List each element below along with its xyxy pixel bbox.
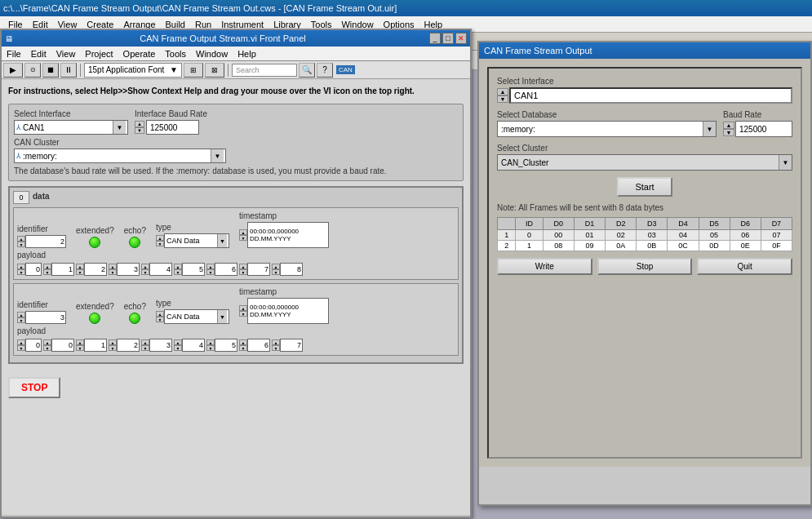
row2-type-down[interactable]: ▼ (156, 317, 164, 322)
row1-p6-val[interactable] (247, 263, 270, 276)
row1-p1-val[interactable] (84, 263, 107, 276)
data-index-box[interactable]: 0 (13, 191, 29, 204)
row1-identifier-input[interactable] (25, 235, 66, 248)
row2-timestamp-input[interactable]: 00:00:00,000000 DD.MM.YYYY (247, 298, 329, 324)
r2p4-val[interactable] (182, 339, 205, 352)
row1-type-spin[interactable]: ▲ ▼ (156, 235, 164, 246)
row1-p7-spin[interactable]: ▲▼ (272, 264, 280, 275)
row1-pidx-up[interactable]: ▲ (17, 264, 25, 269)
row1-p5-val[interactable] (215, 263, 237, 276)
row1-extended-led[interactable] (89, 237, 100, 248)
can-db-arrow[interactable]: ▼ (703, 122, 716, 136)
row2-type-dropdown[interactable]: CAN Data ▼ (164, 309, 229, 324)
fp-run-btn[interactable]: ▶ (3, 63, 23, 78)
row1-p2-spin[interactable]: ▲▼ (109, 264, 117, 275)
row1-payload-idx-input[interactable] (25, 263, 42, 276)
r2p7-spin[interactable]: ▲▼ (272, 339, 280, 351)
row1-p4-spin[interactable]: ▲▼ (174, 264, 182, 275)
row1-p7-val[interactable] (280, 263, 303, 276)
fp-stop-btn[interactable]: ⏹ (42, 63, 59, 78)
fp-menu-help[interactable]: Help (233, 48, 261, 60)
quit-button[interactable]: Quit (697, 258, 792, 275)
row2-pidx-down[interactable]: ▼ (17, 345, 25, 351)
row1-pidx-spin[interactable]: ▲ ▼ (17, 264, 25, 275)
interface-dropdown[interactable]: ⅄ CAN1 ▼ (14, 120, 128, 135)
row2-type-arrow[interactable]: ▼ (217, 310, 227, 323)
stop-button-can[interactable]: Stop (597, 258, 693, 275)
fp-toolbar[interactable]: ▶ ⊙ ⏹ ⏸ 15pt Application Font ▼ ⊞ ⊠ Sear… (2, 61, 470, 79)
fp-menu-view[interactable]: View (51, 48, 81, 60)
baud-spin-up[interactable]: ▲ (135, 121, 144, 127)
row2-id-spin[interactable]: ▲ ▼ (17, 312, 25, 323)
fp-menu-tools[interactable]: Tools (160, 48, 191, 60)
row1-type-spin-up[interactable]: ▲ (156, 235, 164, 241)
row1-p2-val[interactable] (117, 263, 140, 276)
row2-pidx-spin[interactable]: ▲ ▼ (17, 339, 25, 351)
row2-id-up[interactable]: ▲ (17, 312, 25, 317)
row2-ts-spin[interactable]: ▲ ▼ (239, 305, 247, 317)
can-cluster-dropdown[interactable]: CAN_Cluster ▼ (497, 154, 792, 171)
fp-menu-operate[interactable]: Operate (118, 48, 161, 60)
row2-type-up[interactable]: ▲ (156, 311, 164, 317)
row1-timestamp-input[interactable]: 00:00:00,000000 DD.MM.YYYY (247, 222, 329, 248)
row1-id-spin-down[interactable]: ▼ (17, 242, 25, 247)
row2-identifier-input[interactable] (25, 311, 66, 324)
row2-pidx-up[interactable]: ▲ (17, 339, 25, 345)
fp-menubar[interactable]: File Edit View Project Operate Tools Win… (2, 47, 470, 61)
row1-pidx-down[interactable]: ▼ (17, 269, 25, 275)
row1-p0-val[interactable] (51, 263, 74, 276)
row2-extended-led[interactable] (89, 313, 100, 324)
r2p7-val[interactable] (280, 339, 303, 352)
baud-spin-buttons[interactable]: ▲ ▼ (135, 121, 144, 134)
row2-type-spin[interactable]: ▲ ▼ (156, 311, 164, 322)
row1-type-arrow[interactable]: ▼ (217, 234, 227, 247)
fp-icon2[interactable]: ⊙ (24, 63, 41, 78)
can-baud-up[interactable]: ▲ (723, 122, 734, 129)
baud-rate-spinner[interactable]: ▲ ▼ 125000 (135, 120, 207, 135)
fp-maximize-btn[interactable]: □ (442, 33, 454, 44)
interface-dropdown-arrow[interactable]: ▼ (113, 121, 126, 134)
fp-pause-btn[interactable]: ⏸ (60, 63, 77, 78)
cluster-dropdown[interactable]: ⅄ :memory: ▼ (14, 149, 226, 163)
row1-ts-spin-down[interactable]: ▼ (239, 235, 247, 241)
can-baud-down[interactable]: ▼ (723, 129, 734, 136)
write-button[interactable]: Write (497, 258, 592, 275)
can-baud-spin-btns[interactable]: ▲ ▼ (723, 122, 734, 136)
can-interface-spin[interactable]: ▲ ▼ (497, 88, 509, 103)
r2p0-val[interactable] (51, 339, 74, 352)
row1-ts-spin-up[interactable]: ▲ (239, 229, 247, 235)
can-cluster-arrow[interactable]: ▼ (779, 155, 792, 170)
start-button[interactable]: Start (617, 177, 672, 197)
can-interface-up[interactable]: ▲ (497, 88, 508, 95)
row2-ts-down[interactable]: ▼ (239, 311, 247, 317)
row1-p3-val[interactable] (149, 263, 172, 276)
row1-echo-led[interactable] (129, 237, 140, 248)
row1-p3-spin[interactable]: ▲▼ (141, 264, 149, 275)
row1-p1-spin[interactable]: ▲▼ (76, 264, 84, 275)
r2p1-val[interactable] (84, 339, 107, 352)
fp-titlebar-controls[interactable]: _ □ ✕ (429, 33, 467, 44)
row2-ts-up[interactable]: ▲ (239, 305, 247, 311)
can-baud-input[interactable]: 125000 (735, 121, 792, 137)
baud-spin-down[interactable]: ▼ (135, 127, 144, 134)
row1-p5-spin[interactable]: ▲▼ (206, 264, 215, 275)
fp-close-btn[interactable]: ✕ (455, 33, 467, 44)
r2p2-spin[interactable]: ▲▼ (109, 339, 117, 351)
r2p3-val[interactable] (149, 339, 172, 352)
row2-id-down[interactable]: ▼ (17, 317, 25, 323)
r2p1-spin[interactable]: ▲▼ (76, 339, 84, 351)
row1-p6-spin[interactable]: ▲▼ (239, 264, 247, 275)
row1-id-spin[interactable]: ▲ ▼ (17, 236, 25, 247)
row1-ts-spin[interactable]: ▲ ▼ (239, 229, 247, 241)
r2p6-val[interactable] (247, 339, 270, 352)
fp-align-btn[interactable]: ⊞ (184, 63, 203, 78)
row2-echo-led[interactable] (129, 313, 140, 324)
can-interface-input[interactable]: CAN1 (509, 87, 792, 104)
can-interface-down[interactable]: ▼ (497, 95, 508, 103)
row1-p0-spin[interactable]: ▲▼ (43, 264, 51, 275)
can-interface-spin-btns[interactable]: ▲ ▼ (497, 88, 508, 103)
fp-menu-edit[interactable]: Edit (26, 48, 51, 60)
baud-rate-input[interactable]: 125000 (146, 120, 199, 135)
font-selector[interactable]: 15pt Application Font ▼ (84, 63, 182, 78)
r2p3-spin[interactable]: ▲▼ (141, 339, 149, 351)
